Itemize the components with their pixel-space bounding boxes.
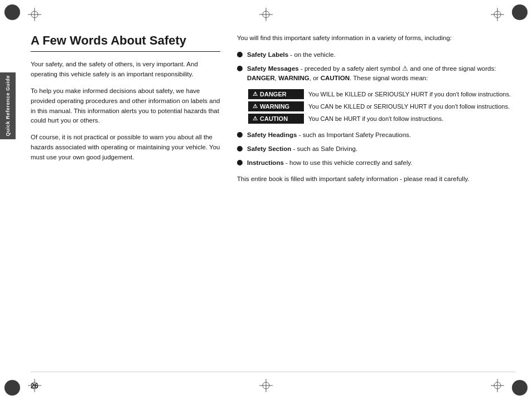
caution-badge: ⚠ CAUTION bbox=[248, 114, 304, 124]
right-column: You will find this important safety info… bbox=[237, 33, 515, 369]
instructions-rest: - how to use this vehicle correctly and … bbox=[284, 159, 413, 166]
safety-labels-rest: - on the vehicle. bbox=[288, 51, 335, 58]
reg-mark-tl bbox=[28, 8, 41, 21]
corner-circle-bl bbox=[4, 380, 20, 396]
document-page: Quick Reference Guide A Few Words About … bbox=[0, 0, 532, 400]
reg-mark-tr bbox=[491, 8, 504, 21]
safety-section-bold: Safety Section bbox=[247, 145, 291, 152]
safety-section-rest: - such as Safe Driving. bbox=[291, 145, 357, 152]
warning-word: WARNING bbox=[278, 75, 309, 81]
danger-badge: ⚠ DANGER bbox=[248, 89, 304, 99]
caution-label: CAUTION bbox=[260, 115, 288, 122]
corner-circle-tl bbox=[4, 4, 20, 20]
caution-description: You CAN be HURT if you don't follow inst… bbox=[308, 114, 443, 124]
content-area: A Few Words About Safety Your safety, an… bbox=[31, 33, 515, 369]
danger-word: DANGER bbox=[247, 75, 275, 81]
bullet-dot-5 bbox=[237, 160, 243, 165]
bullet-dot-2 bbox=[237, 66, 243, 71]
page-footer: 26 bbox=[31, 382, 515, 390]
instructions-text: Instructions - how to use this vehicle c… bbox=[247, 158, 412, 168]
side-tab-label: Quick Reference Guide bbox=[5, 75, 11, 136]
page-title: A Few Words About Safety bbox=[31, 33, 220, 48]
caution-icon: ⚠ bbox=[253, 115, 258, 121]
bullet-dot-3 bbox=[237, 132, 243, 138]
left-para-1: Your safety, and the safety of others, i… bbox=[31, 60, 220, 80]
safety-section-text: Safety Section - such as Safe Driving. bbox=[247, 144, 357, 154]
bullet-safety-messages-text: Safety Messages - preceded by a safety a… bbox=[247, 64, 515, 84]
bullet-safety-labels: Safety Labels - on the vehicle. bbox=[237, 50, 515, 60]
safety-headings-bold: Safety Headings bbox=[247, 131, 297, 138]
left-para-3: Of course, it is not practical or possib… bbox=[31, 133, 220, 162]
safety-headings-text: Safety Headings - such as Important Safe… bbox=[247, 130, 411, 140]
reg-mark-tc bbox=[259, 8, 273, 21]
bullet-safety-headings: Safety Headings - such as Important Safe… bbox=[237, 130, 515, 140]
page-number: 26 bbox=[31, 382, 38, 390]
signal-boxes: ⚠ DANGER You WILL be KILLED or SERIOUSLY… bbox=[248, 89, 515, 124]
bullet-safety-section: Safety Section - such as Safe Driving. bbox=[237, 144, 515, 154]
warning-description: You CAN be KILLED or SERIOUSLY HURT if y… bbox=[308, 101, 510, 111]
corner-circle-tr bbox=[512, 4, 528, 20]
bullet-dot-4 bbox=[237, 146, 243, 152]
bullet-instructions: Instructions - how to use this vehicle c… bbox=[237, 158, 515, 168]
bullet-safety-labels-text: Safety Labels - on the vehicle. bbox=[247, 50, 336, 60]
signal-row-caution: ⚠ CAUTION You CAN be HURT if you don't f… bbox=[248, 114, 515, 124]
right-footer-text: This entire book is filled with importan… bbox=[237, 174, 515, 184]
safety-messages-bold: Safety Messages bbox=[247, 65, 299, 72]
right-intro: You will find this important safety info… bbox=[237, 33, 515, 43]
bullet-safety-messages: Safety Messages - preceded by a safety a… bbox=[237, 64, 515, 84]
signal-row-danger: ⚠ DANGER You WILL be KILLED or SERIOUSLY… bbox=[248, 89, 515, 99]
warning-badge: ⚠ WARNING bbox=[248, 101, 304, 111]
danger-label: DANGER bbox=[260, 91, 287, 97]
title-rule bbox=[31, 51, 220, 52]
instructions-bold: Instructions bbox=[247, 159, 284, 166]
safety-headings-rest: - such as Important Safety Precautions. bbox=[297, 131, 411, 138]
danger-icon: ⚠ bbox=[253, 91, 258, 97]
safety-labels-bold: Safety Labels bbox=[247, 51, 288, 58]
bullet-dot bbox=[237, 52, 243, 57]
signal-row-warning: ⚠ WARNING You CAN be KILLED or SERIOUSLY… bbox=[248, 101, 515, 111]
warning-icon: ⚠ bbox=[253, 103, 258, 109]
warning-label: WARNING bbox=[260, 103, 289, 110]
danger-description: You WILL be KILLED or SERIOUSLY HURT if … bbox=[308, 89, 511, 99]
left-column: A Few Words About Safety Your safety, an… bbox=[31, 33, 220, 369]
footer-rule bbox=[31, 372, 515, 372]
left-para-2: To help you make informed decisions abou… bbox=[31, 86, 220, 126]
side-tab: Quick Reference Guide bbox=[0, 72, 16, 139]
caution-word: CAUTION bbox=[321, 75, 350, 81]
